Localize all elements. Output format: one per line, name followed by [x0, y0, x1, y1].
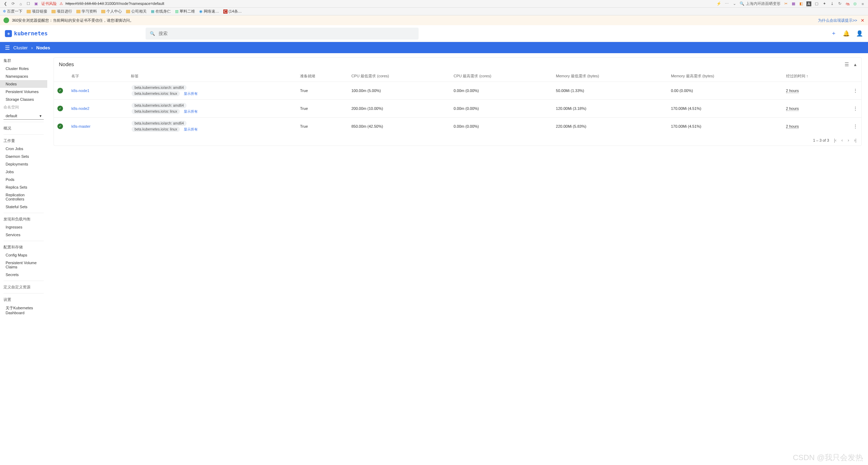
sidebar-item-nodes[interactable]: Nodes	[0, 80, 47, 88]
sidebar-item-secrets[interactable]: Secrets	[0, 271, 47, 279]
url-bar[interactable]: ⚠ https://192.168.60.143:31000/#/node?na…	[59, 1, 164, 6]
row-menu-icon[interactable]: ⋮	[853, 124, 858, 129]
sidebar-item-deployments[interactable]: Deployments	[0, 160, 47, 168]
sidebar-item-configmaps[interactable]: Config Maps	[0, 251, 47, 259]
last-page-icon[interactable]: ›|	[854, 138, 856, 143]
bookmark-item[interactable]: 项目进行	[51, 9, 72, 14]
download-icon[interactable]: ⤓	[830, 1, 834, 6]
bookmark-item[interactable]: ◉网络速…	[199, 9, 219, 14]
row-menu-icon[interactable]: ⋮	[853, 88, 858, 93]
bolt-icon[interactable]: ⚡	[716, 1, 721, 6]
ext6-icon[interactable]: ✦	[822, 1, 827, 6]
bookmark-item[interactable]: ✲百度一下	[3, 9, 22, 14]
ai-icon[interactable]: ▣	[34, 1, 38, 6]
node-name-link[interactable]: k8s-node1	[71, 89, 89, 93]
ext5-icon[interactable]: ▢	[814, 1, 819, 6]
sidebar-item-statefulsets[interactable]: Stateful Sets	[0, 203, 47, 211]
next-page-icon[interactable]: ›	[848, 138, 849, 143]
col-cpu-req[interactable]: CPU 最低需求 (cores)	[348, 71, 450, 82]
close-banner-icon[interactable]: ✕	[861, 18, 864, 23]
sidebar-item-clusterroles[interactable]: Cluster Roles	[0, 65, 47, 72]
sidebar-item-services[interactable]: Services	[0, 231, 47, 239]
create-button[interactable]: ＋	[831, 30, 836, 37]
search-input[interactable]	[159, 31, 414, 36]
more-icon[interactable]: ⋯	[724, 1, 729, 6]
sidebar-item-ingresses[interactable]: Ingresses	[0, 223, 47, 231]
first-page-icon[interactable]: |‹	[834, 138, 836, 143]
cell-ready: True	[296, 118, 348, 135]
ext1-icon[interactable]: ✂	[783, 1, 788, 6]
col-age[interactable]: 经过的时间 ↑	[783, 71, 849, 82]
bookmark-item[interactable]: 项目链接	[27, 9, 47, 14]
home-icon[interactable]: ⌂	[18, 1, 23, 6]
bookmark-item[interactable]: C(14条…	[223, 9, 242, 14]
bookmarks-bar: ✲百度一下 项目链接 项目进行 学习资料 个人中心 公司相关 ▦在线身仁 ▥草料…	[0, 8, 868, 15]
node-name-link[interactable]: k8s-master	[71, 124, 90, 128]
sidebar-item-jobs[interactable]: Jobs	[0, 168, 47, 176]
sidebar-group-settings[interactable]: 设置	[0, 296, 47, 304]
ext2-icon[interactable]: ▦	[791, 1, 796, 6]
bookmark-item[interactable]: 个人中心	[101, 9, 122, 14]
dropdown-icon[interactable]: ⌄	[732, 1, 737, 6]
sidebar-item-about[interactable]: 关于Kubernetes Dashboard	[0, 304, 47, 317]
show-all-link[interactable]: 显示所有	[184, 92, 198, 96]
sidebar-group-overview[interactable]: 概况	[0, 124, 47, 132]
notifications-icon[interactable]: 🔔	[843, 30, 850, 37]
fav-icon[interactable]: ☐	[26, 1, 31, 6]
ext4-icon[interactable]: A	[806, 1, 811, 6]
browser-search[interactable]: 🔍 上海内环路面晒变形	[740, 1, 780, 6]
reload-icon[interactable]: ⟳	[10, 1, 15, 6]
namespace-select[interactable]: default ▾	[4, 113, 44, 120]
bookmark-item[interactable]: 学习资料	[76, 9, 97, 14]
why-prompt-link[interactable]: 为什么会出现该提示>>	[818, 18, 857, 23]
cell-cpu-req: 100.00m (5.00%)	[348, 82, 450, 100]
sidebar-item-namespaces[interactable]: Namespaces	[0, 72, 47, 80]
pagination-text: 1 – 3 of 3	[813, 138, 829, 142]
sidebar-item-rc[interactable]: Replication Controllers	[0, 191, 47, 203]
filter-icon[interactable]: ☰	[845, 62, 849, 67]
col-mem-lim[interactable]: Memory 最高需求 (bytes)	[667, 71, 783, 82]
col-labels[interactable]: 标签	[127, 71, 296, 82]
user-icon[interactable]: 👤	[856, 30, 863, 37]
col-name[interactable]: 名字	[68, 71, 127, 82]
sidebar-item-pvc[interactable]: Persistent Volume Claims	[0, 259, 47, 271]
sidebar-item-replicasets[interactable]: Replica Sets	[0, 183, 47, 191]
label-chip: beta.kubernetes.io/os: linux	[132, 91, 180, 96]
sidebar-group-crd[interactable]: 定义自定义资源	[0, 283, 47, 291]
sidebar-item-daemonsets[interactable]: Daemon Sets	[0, 153, 47, 160]
hamburger-icon[interactable]: ☰	[5, 44, 10, 51]
col-ready[interactable]: 准备就绪	[296, 71, 348, 82]
prev-page-icon[interactable]: ‹	[841, 138, 843, 143]
bookmark-item[interactable]: 公司相关	[126, 9, 147, 14]
shield-icon[interactable]: ◎	[853, 1, 858, 6]
bookmark-item[interactable]: ▥草料二维	[175, 9, 195, 14]
cart-icon[interactable]: 🛍	[845, 1, 850, 6]
age-link[interactable]: 2 hours	[786, 124, 799, 129]
show-all-link[interactable]: 显示所有	[184, 127, 198, 131]
sidebar-item-pv[interactable]: Persistent Volumes	[0, 88, 47, 96]
menu-icon[interactable]: ≡	[860, 1, 865, 6]
bookmark-item[interactable]: ▦在线身仁	[151, 9, 171, 14]
cell-cpu-lim: 0.00m (0.00%)	[450, 118, 552, 135]
refresh2-icon[interactable]: ↻	[837, 1, 842, 6]
col-cpu-lim[interactable]: CPU 最高需求 (cores)	[450, 71, 552, 82]
collapse-icon[interactable]: ▴	[854, 62, 856, 67]
col-mem-req[interactable]: Memory 最低需求 (bytes)	[552, 71, 667, 82]
breadcrumb-root[interactable]: Cluster	[13, 45, 28, 50]
sidebar-item-cronjobs[interactable]: Cron Jobs	[0, 145, 47, 153]
search-box[interactable]: 🔍	[146, 28, 419, 40]
node-name-link[interactable]: k8s-node2	[71, 106, 89, 111]
age-link[interactable]: 2 hours	[786, 89, 799, 93]
back-icon[interactable]: ❮	[3, 1, 8, 6]
k8s-logo[interactable]: ⎈ kubernetes	[5, 30, 48, 37]
sidebar-item-storageclasses[interactable]: Storage Classes	[0, 96, 47, 103]
sidebar-item-pods[interactable]: Pods	[0, 176, 47, 183]
cell-cpu-req: 850.00m (42.50%)	[348, 118, 450, 135]
search-icon: 🔍	[150, 31, 155, 36]
label-chip: beta.kubernetes.io/arch: amd64	[132, 103, 187, 108]
age-link[interactable]: 2 hours	[786, 106, 799, 111]
url-protocol: https://	[65, 1, 77, 6]
row-menu-icon[interactable]: ⋮	[853, 106, 858, 111]
ext3-icon[interactable]: ◧	[799, 1, 804, 6]
show-all-link[interactable]: 显示所有	[184, 110, 198, 113]
